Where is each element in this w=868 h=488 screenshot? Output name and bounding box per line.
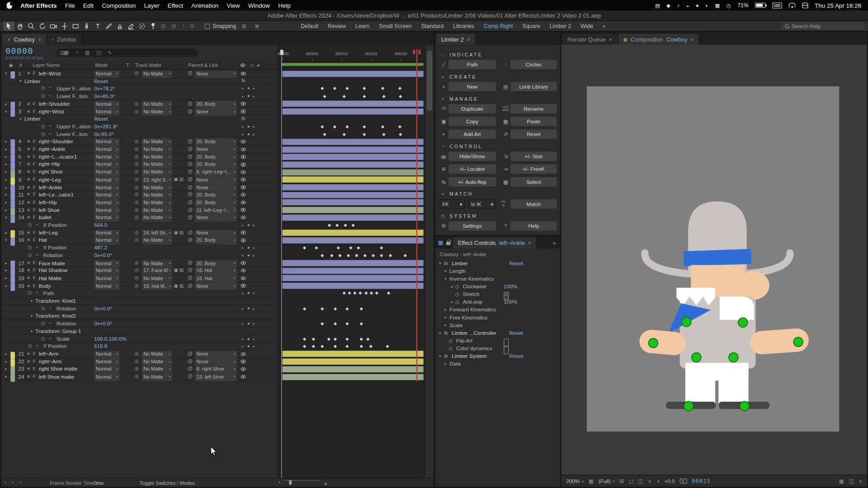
twirl-icon[interactable]: ▸ [3,183,9,191]
orbit-camera-tool[interactable] [37,21,47,31]
parent-pickwhip-icon[interactable]: @ [188,138,193,145]
property-value[interactable]: 100.0,100.0% [94,335,127,343]
trackmatte-dropdown[interactable]: 19. Hat M...▾ [142,282,172,290]
dropbox-icon[interactable]: ◆ [666,3,670,8]
menu-window[interactable]: Window [248,2,270,9]
trackmatte-pickwhip-icon[interactable]: ◎ [135,206,139,214]
property-value[interactable]: 619.8 [94,343,107,350]
visibility-toggle[interactable] [241,170,246,174]
layer-name[interactable]: right~Shoulder [39,138,93,145]
limb-library-button[interactable]: Limb Library [510,82,557,91]
locator-button[interactable]: +/- Locator [448,164,496,174]
visibility-toggle[interactable] [241,162,246,167]
graph-toggle-icon[interactable]: ~ [35,290,38,297]
matte-invert-icon[interactable]: ▨ [179,229,184,237]
eye-icon[interactable] [241,269,246,272]
trackmatte-pickwhip-icon[interactable]: ◎ [135,138,139,145]
pen-tool[interactable] [81,21,92,31]
twirl-icon[interactable]: ▸ [3,176,9,183]
new-button[interactable]: New [448,82,496,91]
parent-pickwhip-icon[interactable]: @ [188,358,193,366]
stopwatch-icon[interactable]: ◷ [41,93,45,100]
parent-pickwhip-icon[interactable]: @ [188,366,193,373]
trackmatte-pickwhip-icon[interactable]: ◎ [135,70,139,77]
playhead-line[interactable] [416,49,417,381]
current-time-indicator-handle[interactable] [280,50,283,55]
visibility-toggle[interactable] [241,140,246,144]
trackmatte-dropdown[interactable]: No Matte▾ [142,192,172,199]
visibility-toggle[interactable] [241,185,246,190]
workspace-wide[interactable]: Wide [580,23,593,29]
add-art-button[interactable]: Add Art [448,130,496,139]
twirl-icon[interactable]: ▾ [443,275,448,283]
type-tool[interactable]: T [92,21,103,31]
to-ik-dropdown[interactable]: to IK▾ [468,199,496,209]
select-button[interactable]: Select [510,177,557,187]
stopwatch-icon[interactable]: ◷ [455,291,459,298]
visibility-toggle[interactable] [241,102,246,106]
property-group-name[interactable]: Limber [24,115,41,123]
layer-name[interactable]: left~Ankle [39,183,93,191]
parent-dropdown[interactable]: 11. left~Leg~l...▾ [195,207,237,215]
previous-keyframe-icon[interactable]: ◂ [241,252,243,259]
eye-icon[interactable] [241,193,246,197]
parent-pickwhip-icon[interactable]: @ [188,214,193,221]
eye-icon[interactable] [241,201,246,204]
twirl-icon[interactable]: ▸ [443,267,448,275]
add-keyframe-icon[interactable]: ◆ [247,320,250,328]
graph-toggle-icon[interactable]: ~ [49,335,52,343]
lock-icon[interactable] [446,242,451,245]
eye-icon[interactable] [241,216,246,220]
reset-link[interactable]: Reset [94,115,108,123]
layer-name[interactable]: right~Hip [39,161,93,169]
mode-dropdown[interactable]: Normal▾ [94,161,119,169]
eye-icon[interactable] [241,140,246,144]
renderer-options-icon[interactable]: ≡ [859,478,862,484]
zoom-in-mountain-icon[interactable]: ▲ [323,480,328,485]
panel-menu-icon[interactable]: ≡ [691,37,693,42]
next-keyframe-icon[interactable]: ▸ [253,252,255,259]
mode-dropdown[interactable]: Normal▾ [94,199,119,207]
layer-name[interactable]: left Shoe [39,206,93,214]
add-keyframe-icon[interactable]: ◆ [247,290,250,297]
reset-button[interactable]: Reset [510,130,557,139]
stopwatch-icon[interactable]: ◷ [448,337,453,345]
shy-icon[interactable]: # [33,145,35,153]
layer-name[interactable]: left~Le...cator1 [39,191,93,199]
trackmatte-pickwhip-icon[interactable]: ◎ [135,176,139,183]
help-search-field[interactable]: Search Help [782,22,865,30]
mode-dropdown[interactable]: Normal▾ [94,260,119,267]
shy-icon[interactable]: # [33,183,35,191]
snapping-checkbox[interactable] [205,23,210,28]
parent-pickwhip-icon[interactable]: @ [188,168,193,176]
twirl-icon[interactable]: ▸ [3,161,9,169]
camera-tool[interactable] [47,21,58,31]
twirl-icon[interactable]: ▸ [3,168,9,176]
property-name[interactable]: Rotation [43,252,63,259]
twirl-icon[interactable]: ▸ [3,350,9,358]
mode-dropdown[interactable]: Normal▾ [94,374,119,381]
property-name[interactable]: Lower F...tion [57,93,88,100]
property-name[interactable]: Lower F...tion [57,130,88,138]
size-button[interactable]: +/- Size [510,152,557,161]
previous-keyframe-icon[interactable]: ◂ [241,335,243,343]
parent-dropdown[interactable]: 8. right Shoe▾ [195,366,237,374]
twirl-icon[interactable]: ▸ [3,267,9,274]
property-value[interactable]: 0x+0.0° [94,320,112,328]
visibility-toggle[interactable] [241,109,246,114]
rename-button[interactable]: Rename [510,104,557,113]
eye-icon[interactable] [241,375,246,379]
add-keyframe-icon[interactable]: ◆ [247,123,250,131]
layer-name[interactable]: right Shoe [39,168,93,176]
parent-dropdown[interactable]: None▾ [195,176,237,184]
tab-composition-cowboy[interactable]: ▦ Composition Cowboy ≡ [618,34,698,45]
viewer-canvas[interactable] [561,45,867,474]
property-name[interactable]: Y Position [43,343,67,350]
twirl-icon[interactable]: ▸ [3,373,9,380]
zoom-tool[interactable] [25,21,36,31]
trackmatte-dropdown[interactable]: No Matte▾ [142,366,172,374]
footer-option-icon[interactable]: ▪ [5,480,6,485]
shy-icon[interactable]: # [33,274,35,282]
mode-dropdown[interactable]: Normal▾ [94,237,119,245]
property-name[interactable]: Rotation [57,305,76,312]
